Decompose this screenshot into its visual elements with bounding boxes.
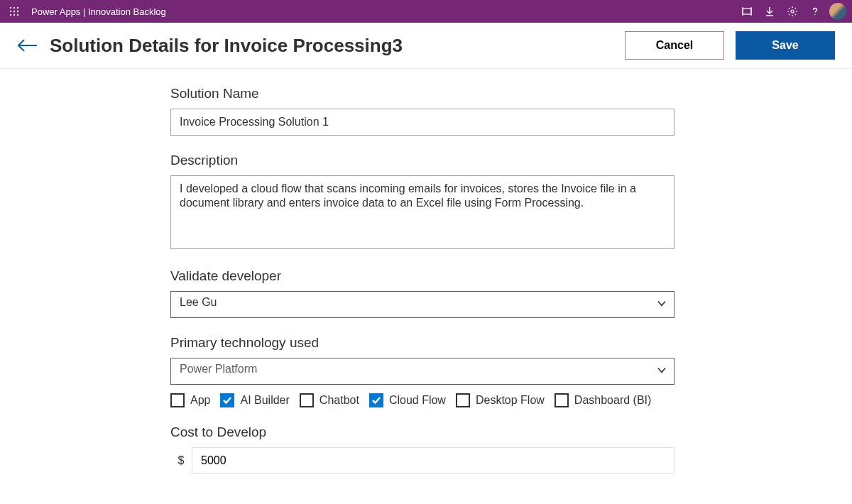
topbar: Power Apps | Innovation Backlog (0, 0, 852, 23)
form: Solution Name Description I developed a … (170, 86, 674, 504)
gear-icon[interactable] (781, 0, 804, 23)
label-cost: Cost to Develop (170, 424, 674, 440)
label-validate-developer: Validate developer (170, 268, 674, 284)
cost-input[interactable] (192, 447, 674, 474)
field-primary-tech: Primary technology used Power Platform A… (170, 335, 674, 407)
svg-point-1 (13, 7, 15, 9)
tech-checkbox[interactable]: App (170, 393, 210, 407)
checkbox-label: AI Builder (240, 394, 289, 407)
tech-checkbox-row: AppAI BuilderChatbotCloud FlowDesktop Fl… (170, 393, 674, 407)
checkbox-label: Desktop Flow (476, 394, 545, 407)
page-header: Solution Details for Invoice Processing3… (0, 23, 852, 69)
field-cost: Cost to Develop $ (170, 424, 674, 474)
svg-point-7 (13, 14, 15, 16)
svg-rect-9 (743, 9, 751, 14)
app-launcher-icon[interactable] (6, 3, 23, 20)
save-button[interactable]: Save (736, 31, 835, 60)
svg-point-6 (10, 14, 11, 16)
back-arrow-icon[interactable] (17, 38, 38, 53)
svg-point-2 (17, 7, 18, 9)
description-input[interactable]: I developed a cloud flow that scans inco… (170, 175, 674, 249)
help-icon[interactable] (804, 0, 826, 23)
svg-point-14 (791, 10, 794, 13)
checkbox-label: Dashboard (BI) (574, 394, 652, 407)
checkbox-box[interactable] (170, 393, 185, 407)
field-solution-name: Solution Name (170, 86, 674, 136)
svg-point-4 (13, 11, 15, 12)
svg-point-3 (10, 11, 11, 12)
checkbox-box[interactable] (555, 393, 569, 407)
fit-icon[interactable] (736, 0, 758, 23)
checkbox-box[interactable] (300, 393, 314, 407)
currency-symbol: $ (170, 454, 192, 467)
svg-point-5 (17, 11, 18, 12)
page-title: Solution Details for Invoice Processing3 (50, 35, 613, 57)
validate-developer-select[interactable]: Lee Gu (170, 291, 674, 318)
download-icon[interactable] (758, 0, 781, 23)
svg-point-15 (814, 14, 815, 15)
svg-point-8 (17, 14, 18, 16)
checkbox-label: App (190, 394, 210, 407)
checkbox-label: Chatbot (320, 394, 359, 407)
tech-checkbox[interactable]: Cloud Flow (369, 393, 446, 407)
primary-tech-select[interactable]: Power Platform (170, 358, 674, 385)
checkbox-box[interactable] (369, 393, 383, 407)
tech-checkbox[interactable]: Chatbot (300, 393, 359, 407)
tech-checkbox[interactable]: AI Builder (220, 393, 289, 407)
label-primary-tech: Primary technology used (170, 335, 674, 351)
tech-checkbox[interactable]: Dashboard (BI) (555, 393, 652, 407)
checkbox-label: Cloud Flow (389, 394, 446, 407)
checkbox-box[interactable] (220, 393, 234, 407)
tech-checkbox[interactable]: Desktop Flow (456, 393, 545, 407)
label-description: Description (170, 153, 674, 168)
svg-point-0 (10, 7, 11, 9)
label-solution-name: Solution Name (170, 86, 674, 102)
cancel-button[interactable]: Cancel (625, 31, 724, 60)
field-description: Description I developed a cloud flow tha… (170, 153, 674, 251)
solution-name-input[interactable] (170, 109, 674, 136)
topbar-title: Power Apps | Innovation Backlog (31, 6, 166, 17)
field-validate-developer: Validate developer Lee Gu (170, 268, 674, 318)
checkbox-box[interactable] (456, 393, 470, 407)
avatar[interactable] (829, 3, 846, 20)
